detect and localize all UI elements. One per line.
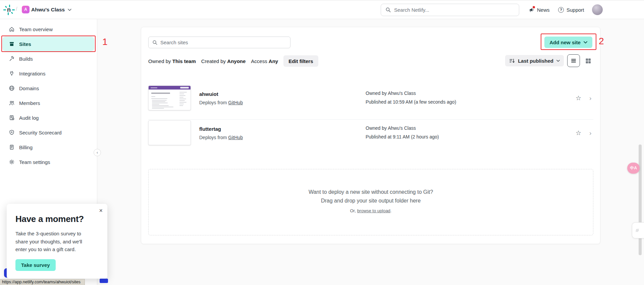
site-thumbnail[interactable] (148, 86, 191, 110)
filter-created-by[interactable]: Created by Anyone (201, 58, 246, 64)
chat-widget-fragment[interactable] (100, 279, 108, 283)
notification-dot (533, 6, 535, 8)
support-label: Support (567, 7, 584, 13)
home-icon (9, 26, 15, 32)
team-switcher[interactable]: Ahwu's Class (31, 5, 71, 15)
favorite-star-icon[interactable]: ☆ (576, 94, 581, 102)
sort-label: Last published (518, 58, 553, 64)
top-navbar: n / A Ahwu's Class News ? Support (0, 0, 644, 19)
translate-icon[interactable]: 中A (627, 163, 640, 174)
site-search-input[interactable] (160, 40, 286, 45)
site-deploy-source: Deploys from GitHub (199, 100, 243, 105)
team-name: Ahwu's Class (31, 7, 65, 13)
survey-title: Have a moment? (15, 214, 99, 224)
sort-icon (509, 58, 515, 64)
edge-panel-handle[interactable] (632, 222, 644, 238)
add-new-site-button[interactable]: Add new site (544, 37, 592, 48)
site-name-link[interactable]: ahwuiot (199, 91, 218, 97)
shield-plus-icon (9, 129, 15, 135)
grid-view-toggle[interactable] (583, 54, 593, 67)
drag-drop-upload-zone[interactable]: Want to deploy a new site without connec… (148, 169, 593, 235)
support-button[interactable]: ? Support (558, 0, 584, 19)
dropzone-line1: Want to deploy a new site without connec… (149, 188, 593, 196)
sidebar-item-integrations[interactable]: Integrations (0, 66, 97, 81)
sort-dropdown[interactable]: Last published (505, 55, 564, 66)
github-link[interactable]: GitHub (228, 100, 243, 105)
take-survey-button[interactable]: Take survey (15, 259, 56, 271)
archive-icon (9, 41, 15, 47)
sidebar-item-team-overview[interactable]: Team overview (0, 22, 97, 37)
plug-icon (9, 70, 15, 76)
annotation-label-1: 1 (102, 37, 108, 47)
sidebar-item-security-scorecard[interactable]: Security Scorecard (0, 125, 97, 140)
row-chevron-icon[interactable]: › (589, 95, 591, 102)
sidebar-collapse-button[interactable]: ‹ (94, 149, 101, 156)
survey-popup: × Have a moment? Take the 3-question sur… (7, 204, 107, 279)
site-row-ahwuiot: ahwuiot Deploys from GitHub Owned by Ahw… (148, 86, 593, 120)
list-view-toggle[interactable] (567, 54, 580, 67)
sidebar-item-domains[interactable]: Domains (0, 81, 97, 96)
scrollbar[interactable] (639, 145, 642, 255)
grid-icon (585, 58, 591, 64)
site-search[interactable] (148, 37, 290, 48)
filters-bar: Owned by This team Created by Anyone Acc… (148, 55, 318, 67)
global-search[interactable] (381, 4, 519, 16)
sidebar-item-team-settings[interactable]: Team settings (0, 155, 97, 169)
netlify-sites-page: { "nav": { "team_name": "Ahwu's Class", … (0, 0, 644, 285)
help-icon: ? (558, 7, 564, 13)
filter-access[interactable]: Access Any (251, 58, 278, 64)
close-icon[interactable]: × (99, 207, 103, 214)
invoice-icon (9, 144, 15, 150)
sidebar-item-billing[interactable]: Billing (0, 140, 97, 155)
site-owner: Owned by Ahwu's Class (366, 125, 416, 131)
sidebar-item-members[interactable]: Members (0, 96, 97, 110)
global-search-input[interactable] (394, 7, 515, 13)
site-deploy-source: Deploys from GitHub (199, 135, 243, 140)
search-icon (152, 40, 158, 45)
sites-panel: Add new site Owned by This team Created … (141, 27, 600, 244)
browse-to-upload-link[interactable]: browse to upload (357, 208, 390, 213)
site-owner: Owned by Ahwu's Class (366, 91, 416, 96)
github-link[interactable]: GitHub (228, 135, 243, 140)
list-icon (571, 58, 577, 64)
hammer-icon (9, 56, 15, 62)
favorite-star-icon[interactable]: ☆ (576, 129, 581, 136)
chevron-down-icon (584, 41, 587, 44)
site-thumbnail[interactable] (148, 120, 191, 145)
annotation-label-2: 2 (599, 36, 604, 47)
sidebar-item-sites[interactable]: Sites (2, 37, 94, 51)
filter-owned-by[interactable]: Owned by This team (148, 58, 196, 64)
resize-handle-icon (635, 228, 640, 233)
netlify-logo[interactable]: n (3, 5, 15, 15)
chevron-down-icon (556, 60, 560, 62)
globe-icon (9, 85, 15, 91)
site-published: Published at 9:11 AM (2 hours ago) (366, 134, 439, 139)
document-clock-icon (9, 115, 15, 121)
dropzone-line2: Drag and drop your site output folder he… (149, 196, 593, 205)
sidebar-item-builds[interactable]: Builds (0, 51, 97, 66)
team-avatar-badge[interactable]: A (22, 6, 30, 13)
row-chevron-icon[interactable]: › (589, 129, 591, 137)
dropzone-line3: Or,browse to upload. (149, 208, 593, 213)
news-label: News (537, 7, 550, 13)
members-icon (9, 100, 15, 106)
gear-icon (9, 159, 15, 165)
sort-and-view-controls: Last published (505, 54, 593, 67)
news-button[interactable]: News (529, 0, 550, 19)
sidebar-item-audit-log[interactable]: Audit log (0, 110, 97, 125)
site-name-link[interactable]: fluttertag (199, 126, 221, 132)
search-icon (385, 7, 391, 13)
survey-body: Take the 3-question survey to share your… (15, 230, 93, 253)
site-row-fluttertag: fluttertag Deploys from GitHub Owned by … (148, 120, 593, 155)
edit-filters-button[interactable]: Edit filters (283, 55, 318, 67)
link-preview-statusbar: https://app.netlify.com/teams/ahwuiot/si… (0, 279, 85, 285)
site-published: Published at 10:59 AM (a few seconds ago… (366, 99, 456, 105)
chevron-down-icon (68, 9, 71, 11)
breadcrumb-slash: / (16, 6, 17, 12)
user-avatar[interactable] (592, 4, 603, 15)
